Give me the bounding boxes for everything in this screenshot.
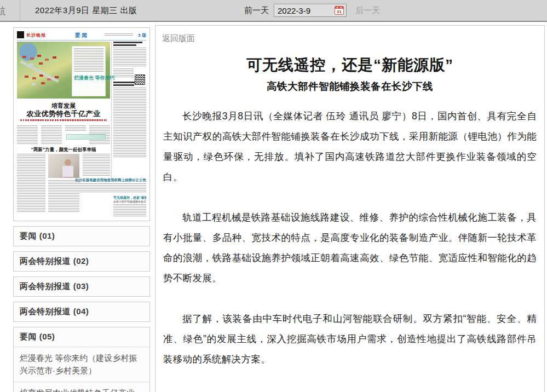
roof-shapes — [22, 56, 26, 58]
thumbnail-notice-title: 长沙县国有建设用地使用权网上挂牌出让公告 — [75, 178, 146, 183]
text-lines — [113, 68, 134, 77]
qr-code-icon — [135, 74, 145, 85]
article-paragraph: 长沙晚报3月8日讯（全媒体记者 伍玲 通讯员 廖宁）8日，国内首创、具有完全自主… — [163, 106, 537, 187]
thumbnail-corner-subtitle: 高铁大部件智能铺换装备在长沙下线 — [113, 200, 146, 203]
page-thumbnail[interactable]: 长沙晚报 要闻 5 版 烂漫春光 等你来约 培育发展 农业优势特色千亿产业 — [13, 27, 150, 221]
article-panel: 返回版面 可无线遥控，还是“新能源版” 高铁大部件智能铺换装备在长沙下线 长沙晚… — [155, 25, 545, 392]
text-lines — [41, 125, 62, 144]
headline-lines — [113, 42, 142, 43]
article-title: 可无线遥控，还是“新能源版” — [162, 55, 538, 76]
section-item-lianghui-03[interactable]: 两会特别报道 (03) — [13, 276, 150, 297]
next-day-button-disabled[interactable]: 后一天 — [355, 5, 380, 16]
thumbnail-page: 长沙晚报 要闻 5 版 烂漫春光 等你来约 培育发展 农业优势特色千亿产业 — [17, 31, 146, 217]
back-to-page-link[interactable]: 返回版面 — [162, 33, 195, 44]
section-label[interactable]: 两会特别报道 (04) — [14, 302, 149, 321]
topbar-divider — [20, 0, 20, 21]
text-lines — [113, 204, 146, 217]
worker-photo — [48, 154, 79, 178]
prev-day-button[interactable]: 前一天 — [244, 5, 269, 16]
section-item-lianghui-02[interactable]: 两会特别报道 (02) — [13, 251, 150, 272]
nav-label-fragment: 航 — [0, 5, 5, 18]
article-paragraph: 该装备能够有效解决高速铁路长钢轨、岔芯等道岔大部件更换作业中仍然依赖大量人工和小… — [163, 390, 537, 392]
article-link[interactable]: 烂漫春光 等你来约（建设乡村振兴示范市·乡村美景） — [14, 347, 149, 382]
text-lines — [65, 125, 86, 132]
date-input-value: 2022-3-9 — [278, 6, 310, 15]
section-label[interactable]: 两会特别报道 (03) — [14, 277, 149, 296]
article-paragraph: 轨道工程机械是铁路基础设施线路建设、维修、养护的综合性机械化施工装备，具有小批量… — [163, 207, 537, 289]
thumbnail-mid-headline: “两新”力量，颜觉一起创享幸福 — [17, 147, 110, 153]
roof-shapes — [25, 76, 28, 78]
calendar-icon[interactable]: 31 — [335, 6, 344, 15]
section-item-lianghui-04[interactable]: 两会特别报道 (04) — [13, 302, 150, 322]
section-label[interactable]: 要闻 (01) — [14, 227, 149, 246]
section-label[interactable]: 两会特别报道 (02) — [14, 252, 149, 271]
section-label[interactable]: 要闻 (05) — [14, 327, 149, 347]
date-navigation-bar: 航 2022年3月9日 星期三 出版 前一天 2022-3-9 31 后一天 — [0, 0, 547, 22]
article-subtitle: 高铁大部件智能铺换装备在长沙下线 — [162, 79, 538, 93]
publish-date-label: 2022年3月9日 星期三 出版 — [35, 5, 137, 16]
road-shape — [20, 60, 59, 83]
section-item-yaowen-05: 要闻 (05) 烂漫春光 等你来约（建设乡村振兴示范市·乡村美景） 培育发展农业… — [13, 327, 150, 392]
sidebar: 长沙晚报 要闻 5 版 烂漫春光 等你来约 培育发展 农业优势特色千亿产业 — [13, 27, 150, 392]
text-lines — [74, 48, 103, 72]
text-lines — [113, 48, 146, 66]
article-link[interactable]: 培育发展农业优势特色千亿产业 — [14, 382, 149, 392]
thumbnail-page-number: 5 版 — [138, 32, 146, 38]
rural-banner-graphic — [66, 134, 106, 140]
calendar-icon-day: 31 — [335, 9, 343, 15]
text-lines — [83, 154, 110, 176]
masthead-rule — [17, 40, 146, 41]
section-item-yaowen-01[interactable]: 要闻 (01) — [13, 226, 150, 246]
article-body: 长沙晚报3月8日讯（全媒体记者 伍玲 通讯员 廖宁）8日，国内首创、具有完全自主… — [162, 106, 538, 392]
text-lines — [105, 33, 133, 37]
thumbnail-headline-line2: 农业优势特色千亿产业 — [17, 109, 110, 119]
text-lines — [113, 88, 146, 158]
headline-lines — [113, 84, 134, 86]
overlay-title: 烂漫春光 等你来约 — [74, 74, 103, 82]
column-rule — [111, 42, 112, 178]
text-lines — [17, 154, 45, 212]
headline-lines — [113, 44, 136, 46]
article-paragraph: 据了解，该装备由中车时代电子和山河智能联合研制。双方紧扣“智能、安全、精准、绿色… — [163, 309, 537, 370]
red-subtitle-line — [20, 119, 107, 121]
text-lines — [75, 183, 146, 193]
text-lines — [17, 125, 38, 144]
photo-text-overlay: 烂漫春光 等你来约 — [72, 46, 106, 96]
date-input[interactable]: 2022-3-9 31 — [274, 4, 347, 17]
